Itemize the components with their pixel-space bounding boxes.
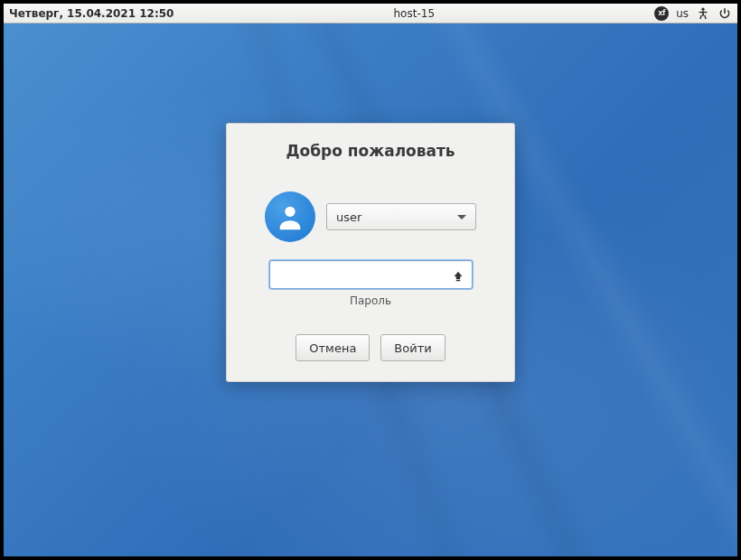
user-avatar-icon	[265, 191, 315, 242]
welcome-title: Добро пожаловать	[247, 142, 494, 160]
password-field-wrap	[269, 260, 473, 289]
selected-user-label: user	[336, 210, 361, 224]
user-select-dropdown[interactable]: user	[326, 203, 476, 230]
caps-lock-icon	[453, 268, 465, 281]
accessibility-icon[interactable]	[696, 6, 710, 21]
chevron-down-icon	[457, 215, 466, 219]
svg-rect-6	[455, 280, 460, 282]
cancel-button[interactable]: Отмена	[295, 334, 370, 361]
svg-point-5	[285, 207, 295, 217]
password-input[interactable]	[269, 260, 473, 289]
clock-datetime[interactable]: Четверг, 15.04.2021 12:50	[9, 7, 174, 20]
hostname-label: host-15	[174, 7, 654, 20]
svg-rect-2	[699, 11, 708, 12]
top-panel: Четверг, 15.04.2021 12:50 host-15 xf us	[4, 4, 737, 23]
login-button[interactable]: Войти	[380, 334, 445, 361]
password-label: Пароль	[247, 294, 494, 307]
svg-point-0	[701, 7, 704, 10]
keyboard-layout-indicator[interactable]: us	[676, 7, 689, 20]
power-icon[interactable]	[718, 6, 732, 21]
login-panel: Добро пожаловать user	[226, 123, 515, 382]
desktop-background: Добро пожаловать user	[4, 23, 737, 556]
svg-rect-4	[704, 14, 707, 19]
svg-rect-3	[699, 14, 702, 19]
xf-badge-icon[interactable]: xf	[654, 6, 669, 21]
